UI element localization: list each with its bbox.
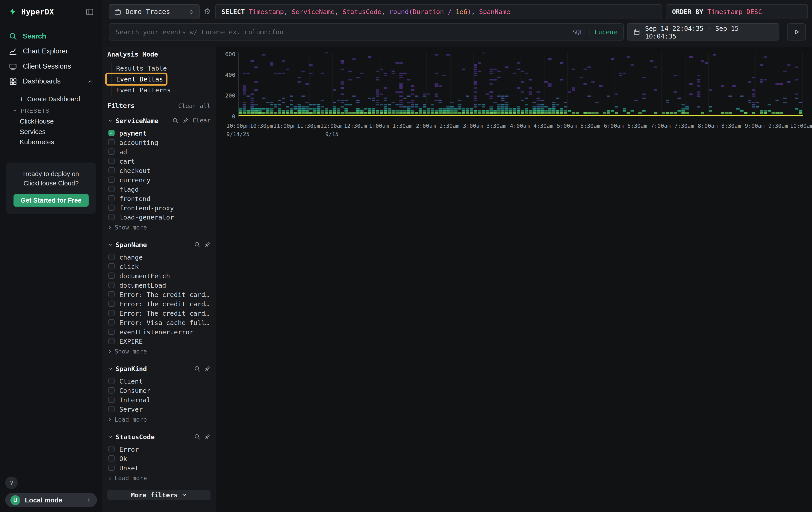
more-filters-button[interactable]: More filters: [107, 490, 210, 500]
clear-all-filters-button[interactable]: Clear all: [178, 102, 210, 110]
filter-option-internal[interactable]: Internal: [107, 395, 210, 404]
filter-option-documentload[interactable]: documentLoad: [107, 280, 210, 290]
checkbox[interactable]: [108, 378, 115, 384]
load-more-link[interactable]: Load more: [107, 415, 210, 424]
checkbox[interactable]: [108, 158, 115, 164]
filter-group-header[interactable]: SpanName: [107, 239, 210, 250]
filter-option-load-generator[interactable]: load-generator: [107, 212, 210, 222]
filter-option-click[interactable]: click: [107, 262, 210, 271]
filter-option-error-the-credit-card-[interactable]: Error: The credit card (…: [107, 308, 210, 318]
filter-option-flagd[interactable]: flagd: [107, 184, 210, 194]
presets-toggle[interactable]: PRESETS: [0, 105, 102, 116]
checkbox[interactable]: [108, 310, 115, 316]
user-menu[interactable]: U Local mode: [5, 493, 97, 507]
show-more-link[interactable]: Show more: [107, 223, 210, 232]
search-icon[interactable]: [194, 365, 200, 372]
sql-toggle[interactable]: SQL: [572, 28, 584, 36]
sidebar-item-chart-explorer[interactable]: Chart Explorer: [0, 44, 102, 59]
analysis-option-results-table[interactable]: Results Table: [116, 63, 210, 74]
filter-option-accounting[interactable]: accounting: [107, 138, 210, 147]
filter-option-payment[interactable]: ✓payment: [107, 128, 210, 138]
checkbox[interactable]: [108, 167, 115, 173]
checkbox[interactable]: [108, 455, 115, 461]
sidebar-collapse-icon[interactable]: [86, 7, 94, 16]
checkbox[interactable]: [108, 149, 115, 155]
sidebar-item-dashboards[interactable]: Dashboards: [0, 74, 102, 89]
checkbox[interactable]: [108, 291, 115, 297]
filter-group-header[interactable]: ServiceNameClear: [107, 115, 210, 126]
filter-option-ad[interactable]: ad: [107, 147, 210, 156]
filter-option-frontend-proxy[interactable]: frontend-proxy: [107, 203, 210, 212]
checkbox[interactable]: [108, 139, 115, 145]
filter-option-consumer[interactable]: Consumer: [107, 386, 210, 395]
filter-option-error[interactable]: Error: [107, 444, 210, 454]
checkbox[interactable]: [108, 338, 115, 344]
analysis-option-event-patterns[interactable]: Event Patterns: [116, 85, 210, 96]
date-range-picker[interactable]: Sep 14 22:04:35 - Sep 15 10:04:35: [627, 23, 780, 41]
filter-group-header[interactable]: StatusCode: [107, 431, 210, 442]
checkbox[interactable]: [108, 300, 115, 307]
filter-option-expire[interactable]: EXPIRE: [107, 336, 210, 346]
sidebar-item-client-sessions[interactable]: Client Sessions: [0, 59, 102, 74]
preset-item-clickhouse[interactable]: ClickHouse: [0, 116, 102, 126]
checkbox[interactable]: [108, 254, 115, 260]
search-input[interactable]: Search your events w/ Lucene ex. column:…: [109, 23, 624, 41]
filter-option-frontend[interactable]: frontend: [107, 194, 210, 203]
checkbox[interactable]: [108, 397, 115, 403]
filter-group-header[interactable]: SpanKind: [107, 363, 210, 374]
preset-item-services[interactable]: Services: [0, 126, 102, 137]
pin-icon[interactable]: [204, 241, 210, 248]
clear-filter-button[interactable]: Clear: [193, 117, 210, 124]
checkbox[interactable]: [108, 272, 115, 279]
order-by-input[interactable]: ORDER BY Timestamp DESC: [666, 4, 808, 19]
checkbox[interactable]: [108, 406, 115, 412]
filter-option-client[interactable]: Client: [107, 376, 210, 386]
lucene-toggle[interactable]: Lucene: [594, 28, 617, 36]
filter-option-cart[interactable]: cart: [107, 156, 210, 166]
sidebar-item-search[interactable]: Search: [0, 28, 102, 44]
checkbox[interactable]: [108, 446, 115, 452]
run-query-button[interactable]: [787, 23, 806, 41]
filter-option-documentfetch[interactable]: documentFetch: [107, 271, 210, 280]
gear-icon[interactable]: ⚙: [204, 7, 211, 16]
get-started-button[interactable]: Get Started for Free: [13, 194, 89, 207]
filter-option-eventlistener-error[interactable]: eventListener.error: [107, 327, 210, 336]
checkbox[interactable]: [108, 282, 115, 288]
load-more-link[interactable]: Load more: [107, 474, 210, 483]
checkbox[interactable]: [108, 214, 115, 220]
checkbox[interactable]: [108, 329, 115, 335]
checkbox[interactable]: [108, 205, 115, 211]
show-more-link[interactable]: Show more: [107, 347, 210, 356]
checkbox[interactable]: ✓: [108, 130, 115, 136]
help-button[interactable]: ?: [5, 477, 18, 489]
filter-option-ok[interactable]: Ok: [107, 454, 210, 463]
search-icon[interactable]: [172, 117, 179, 124]
events-heatmap-canvas[interactable]: [238, 53, 803, 117]
search-icon[interactable]: [194, 433, 200, 440]
filter-option-error-the-credit-card-[interactable]: Error: The credit card (…: [107, 290, 210, 299]
preset-item-kubernetes[interactable]: Kubernetes: [0, 136, 102, 147]
filter-option-server[interactable]: Server: [107, 404, 210, 414]
filter-option-change[interactable]: change: [107, 252, 210, 262]
filter-option-checkout[interactable]: checkout: [107, 166, 210, 175]
sql-select-input[interactable]: SELECT Timestamp, ServiceName, StatusCod…: [215, 4, 662, 19]
analysis-option-event-deltas[interactable]: Event Deltas: [116, 74, 210, 85]
filter-option-error-visa-cache-full-[interactable]: Error: Visa cache full: …: [107, 318, 210, 327]
create-dashboard-button[interactable]: + Create Dashboard: [0, 93, 102, 105]
filter-option-error-the-credit-card-[interactable]: Error: The credit card (…: [107, 299, 210, 308]
pin-icon[interactable]: [204, 365, 210, 372]
pin-icon[interactable]: [182, 117, 189, 124]
source-select[interactable]: Demo Traces: [109, 4, 200, 19]
search-icon[interactable]: [194, 241, 200, 248]
filter-option-label: Client: [119, 377, 143, 385]
pin-icon[interactable]: [204, 433, 210, 440]
checkbox[interactable]: [108, 186, 115, 192]
checkbox[interactable]: [108, 319, 115, 325]
filter-option-unset[interactable]: Unset: [107, 463, 210, 473]
checkbox[interactable]: [108, 177, 115, 183]
checkbox[interactable]: [108, 387, 115, 394]
checkbox[interactable]: [108, 263, 115, 269]
filter-option-currency[interactable]: currency: [107, 175, 210, 184]
checkbox[interactable]: [108, 465, 115, 471]
checkbox[interactable]: [108, 195, 115, 201]
